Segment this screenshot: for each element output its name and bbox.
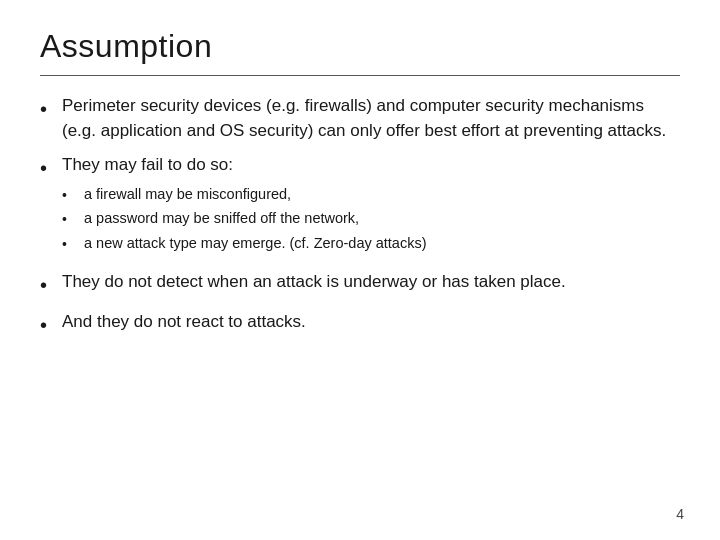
inner-bullet-dot: • — [62, 209, 84, 229]
slide-title: Assumption — [40, 28, 680, 65]
list-item: • They do not detect when an attack is u… — [40, 270, 680, 300]
list-item: • Perimeter security devices (e.g. firew… — [40, 94, 680, 143]
bullet-dot: • — [40, 154, 62, 183]
page-number: 4 — [676, 506, 684, 522]
outer-bullet-list: • Perimeter security devices (e.g. firew… — [40, 94, 680, 340]
list-item: • a firewall may be misconfigured, — [62, 184, 680, 205]
inner-bullet-list: • a firewall may be misconfigured, • a p… — [62, 184, 680, 254]
inner-bullet-dot: • — [62, 234, 84, 254]
inner-bullet-text: a firewall may be misconfigured, — [84, 184, 680, 205]
bullet-text: They do not detect when an attack is und… — [62, 270, 680, 295]
bullet-text-main: They may fail to do so: — [62, 155, 233, 174]
bullet-text: Perimeter security devices (e.g. firewal… — [62, 94, 680, 143]
inner-bullet-text: a password may be sniffed off the networ… — [84, 208, 680, 229]
bullet-dot: • — [40, 95, 62, 124]
bullet-text: They may fail to do so: • a firewall may… — [62, 153, 680, 260]
inner-bullet-text: a new attack type may emerge. (cf. Zero-… — [84, 233, 680, 254]
bullet-dot: • — [40, 271, 62, 300]
list-item: • a new attack type may emerge. (cf. Zer… — [62, 233, 680, 254]
title-divider — [40, 75, 680, 76]
list-item: • a password may be sniffed off the netw… — [62, 208, 680, 229]
slide-container: Assumption • Perimeter security devices … — [0, 0, 720, 540]
list-item: • They may fail to do so: • a firewall m… — [40, 153, 680, 260]
bullet-text: And they do not react to attacks. — [62, 310, 680, 335]
list-item: • And they do not react to attacks. — [40, 310, 680, 340]
slide-content: • Perimeter security devices (e.g. firew… — [40, 94, 680, 512]
inner-bullet-dot: • — [62, 185, 84, 205]
bullet-dot: • — [40, 311, 62, 340]
